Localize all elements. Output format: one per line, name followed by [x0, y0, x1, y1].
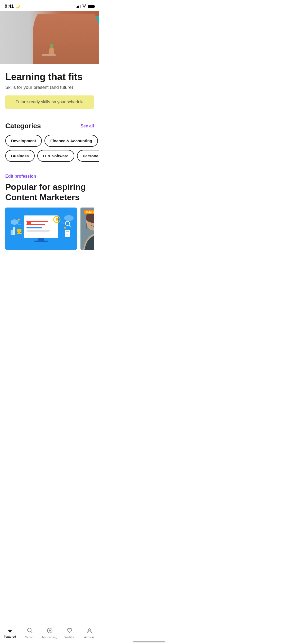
course-cards-container: ★ ★ ★	[5, 208, 94, 250]
hero-image	[0, 11, 99, 64]
status-icons	[76, 4, 94, 8]
bestseller-badge: BESTSELLER	[84, 210, 94, 214]
category-pill-personal[interactable]: Persona...	[77, 150, 99, 162]
svg-rect-17	[17, 233, 22, 234]
svg-point-28	[11, 219, 19, 225]
svg-rect-6	[26, 230, 50, 232]
popular-title: Popular for aspiring Content Marketers	[5, 182, 94, 202]
hero-text-section: Learning that fits Skills for your prese…	[0, 64, 99, 114]
see-all-link[interactable]: See all	[80, 124, 94, 128]
moon-icon: 🌙	[15, 4, 20, 8]
hero-cta-button[interactable]: Future-ready skills on your schedule	[5, 95, 94, 109]
course-card-2-image: BESTSELLER	[80, 208, 94, 250]
svg-rect-21	[66, 231, 69, 232]
svg-point-0	[84, 7, 84, 8]
svg-rect-9	[34, 241, 48, 242]
battery-icon	[88, 5, 94, 8]
svg-rect-2	[24, 215, 58, 238]
svg-rect-19	[13, 227, 15, 235]
hero-subtitle: Skills for your present (and future)	[5, 85, 94, 90]
svg-point-7	[27, 221, 31, 225]
svg-rect-5	[26, 227, 42, 228]
categories-section: Categories See all Development Finance &…	[0, 114, 99, 168]
svg-rect-26	[49, 231, 51, 235]
categories-title: Categories	[5, 122, 41, 130]
course-card-1[interactable]: ★ ★ ★	[5, 208, 77, 250]
category-pill-business[interactable]: Business	[5, 150, 35, 162]
wifi-icon	[82, 4, 86, 8]
main-content: Learning that fits Skills for your prese…	[0, 11, 99, 278]
svg-rect-8	[38, 238, 44, 241]
status-time: 9:41	[5, 4, 14, 9]
status-bar: 9:41 🌙	[0, 0, 99, 11]
svg-point-29	[64, 215, 74, 221]
svg-rect-23	[66, 234, 68, 234]
svg-point-34	[91, 222, 92, 223]
svg-rect-15	[17, 229, 21, 232]
course-card-2[interactable]: BESTSELLER	[80, 208, 94, 250]
course-card-1-image: ★ ★ ★	[5, 208, 77, 250]
svg-rect-18	[11, 230, 13, 235]
profession-section: Edit profession Popular for aspiring Con…	[0, 168, 99, 254]
category-row-2: Business IT & Software Persona...	[5, 150, 94, 162]
category-row-1: Development Finance & Accounting	[5, 135, 94, 147]
svg-text:★: ★	[64, 226, 66, 229]
category-pill-finance[interactable]: Finance & Accounting	[44, 135, 98, 147]
edit-profession-link[interactable]: Edit profession	[5, 174, 94, 179]
svg-rect-20	[65, 230, 70, 237]
categories-header: Categories See all	[5, 122, 94, 130]
svg-rect-16	[18, 232, 20, 233]
category-pill-development[interactable]: Development	[5, 135, 42, 147]
hero-title: Learning that fits	[5, 71, 94, 82]
svg-point-11	[56, 218, 58, 221]
svg-rect-22	[66, 233, 69, 233]
category-pill-it-software[interactable]: IT & Software	[37, 150, 74, 162]
signal-icon	[76, 5, 80, 8]
